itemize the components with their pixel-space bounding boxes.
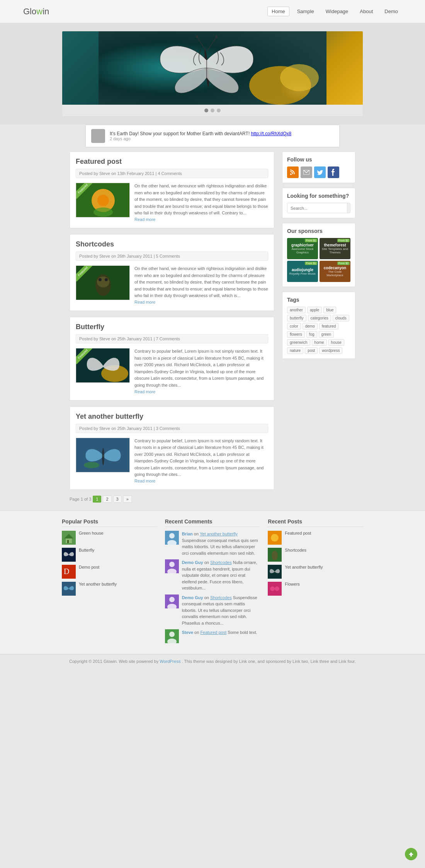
tag-categories[interactable]: categories [308, 315, 331, 321]
email-icon[interactable] [301, 166, 312, 178]
nav-about[interactable]: About [356, 7, 377, 16]
sponsor-graphicriver[interactable]: From $1 graphicriver Awesome Stock Graph… [287, 238, 318, 259]
comment-4: Steve on Featured post Some bold text. [165, 629, 260, 643]
read-more-featured[interactable]: Read more [134, 217, 155, 222]
search-title: Looking for something? [287, 193, 350, 199]
svg-rect-28 [67, 540, 69, 543]
tag-wordpress[interactable]: wordpress [319, 347, 342, 354]
tag-green[interactable]: green [319, 331, 334, 338]
twitter-follow-icon[interactable] [314, 166, 326, 178]
nav-sample[interactable]: Sample [293, 7, 318, 16]
post-title-butterfly[interactable]: Butterfly [76, 323, 268, 331]
sponsor-codecanyon[interactable]: From $2 codecanyon The Code Marketplace [320, 261, 350, 282]
twitter-bar: It's Earth Day! Show your support for Mo… [85, 124, 340, 148]
tag-butterfly[interactable]: butterfly [287, 315, 306, 321]
svg-point-22 [290, 173, 292, 175]
svg-point-14 [97, 277, 109, 287]
comment-3: Demo Guy on Shortcodes Suspendisse conse… [165, 595, 260, 627]
tag-clouds[interactable]: clouds [333, 315, 349, 321]
popular-post-label-3[interactable]: Demo post [79, 565, 99, 569]
svg-point-40 [169, 597, 175, 602]
comment-post-link-4[interactable]: Featured post [200, 630, 226, 635]
page-1[interactable]: 1 [93, 496, 101, 503]
page-3[interactable]: 3 [113, 496, 122, 503]
search-box [287, 203, 350, 213]
popular-post-label-2[interactable]: Butterfly [79, 548, 94, 552]
tag-color[interactable]: color [287, 323, 301, 330]
svg-point-34 [169, 533, 175, 538]
recent-post-label-1[interactable]: Featured post [285, 531, 311, 535]
tag-greenwich[interactable]: greenwich [287, 339, 310, 346]
post-thumb-yab[interactable] [76, 438, 130, 484]
search-button[interactable] [347, 203, 350, 213]
comment-post-link-3[interactable]: Shortcodes [210, 595, 232, 600]
svg-point-20 [102, 448, 104, 465]
popular-posts-widget: Popular Posts Green house Butterfly D De… [62, 518, 157, 646]
read-more-shortcodes[interactable]: Read more [134, 300, 155, 304]
svg-point-2 [280, 64, 319, 91]
sponsor-audiojungle[interactable]: From $1 audiojungle Royalty Free Music [287, 261, 318, 282]
footer-wp-link[interactable]: WordPress [160, 659, 180, 664]
tag-house[interactable]: house [328, 339, 344, 346]
tag-another[interactable]: another [287, 307, 306, 313]
svg-point-16 [105, 278, 108, 281]
tag-apple[interactable]: apple [307, 307, 322, 313]
read-more-yab[interactable]: Read more [134, 479, 155, 483]
tag-post[interactable]: post [305, 347, 318, 354]
recent-post-label-3[interactable]: Yet another butterfly [285, 565, 323, 569]
hero-section [0, 23, 425, 124]
comment-avatar-2 [165, 559, 179, 573]
facebook-icon[interactable] [328, 166, 339, 178]
recent-post-label-4[interactable]: Flowers [285, 582, 300, 586]
comment-post-link-2[interactable]: Shortcodes [210, 560, 232, 565]
popular-post-3: D Demo post [62, 565, 157, 579]
tag-fog[interactable]: fog [306, 331, 317, 338]
sponsors-section: Our sponsors From $1 graphicriver Awesom… [282, 223, 355, 287]
page-2[interactable]: 2 [103, 496, 111, 503]
post-shortcodes: Shortcodes Posted by Steve on 26th Janua… [70, 234, 274, 311]
post-thumb-butterfly[interactable]: Featured [76, 348, 130, 394]
svg-point-21 [84, 462, 99, 468]
post-title-featured[interactable]: Featured post [76, 158, 268, 166]
tag-featured[interactable]: featured [319, 323, 339, 330]
nav-demo[interactable]: Demo [381, 7, 402, 16]
post-meta-yab: Posted by Steve on 25th January 2011 | 3… [76, 424, 268, 433]
site-logo[interactable]: Glowin [23, 7, 49, 17]
tags-cloud: another apple blue butterfly categories … [287, 307, 350, 354]
comment-avatar-3 [165, 595, 179, 608]
site-footer: Copyright © 2011 Glowin. Web site powere… [0, 654, 425, 668]
recent-post-thumb-2 [268, 548, 282, 562]
post-title-shortcodes[interactable]: Shortcodes [76, 240, 268, 248]
recent-post-label-2[interactable]: Shortcodes [285, 548, 306, 552]
tag-flowers[interactable]: flowers [287, 331, 305, 338]
post-excerpt-shortcodes: On the other hand, we denounce with righ… [134, 265, 268, 305]
post-thumb-featured[interactable]: Featured [76, 183, 130, 222]
comment-post-link-1[interactable]: Yet another butterfly [200, 532, 238, 536]
read-more-butterfly[interactable]: Read more [134, 389, 155, 394]
main-layout: Featured post Posted by Steve on 13th Fe… [70, 151, 355, 510]
twitter-link[interactable]: http://t.co/RhXdQx8 [251, 131, 292, 136]
pagination-label: Page 1 of 3 [70, 497, 91, 501]
post-title-yab[interactable]: Yet another butterfly [76, 413, 268, 421]
popular-posts-title: Popular Posts [62, 518, 157, 527]
page-next[interactable]: » [123, 496, 132, 503]
post-thumb-shortcodes[interactable]: Featured [76, 265, 130, 305]
svg-point-46 [271, 534, 279, 542]
sponsors-grid: From $1 graphicriver Awesome Stock Graph… [287, 238, 350, 282]
post-yab: Yet another butterfly Posted by Steve on… [70, 406, 274, 490]
popular-post-label-4[interactable]: Yet another butterfly [79, 582, 117, 586]
nav-widepage[interactable]: Widepage [322, 7, 352, 16]
sponsor-themeforest[interactable]: From $2 themeforest Site Templates and T… [320, 238, 350, 259]
popular-post-label-1[interactable]: Green house [79, 531, 104, 535]
post-meta-featured: Posted by Steve on 13th February 2011 | … [76, 169, 268, 178]
tag-home[interactable]: home [312, 339, 327, 346]
comment-1: Brian on Yet another butterfly Suspendis… [165, 531, 260, 556]
recent-comments-title: Recent Comments [165, 518, 260, 527]
search-input[interactable] [287, 203, 347, 213]
rss-icon[interactable] [287, 166, 299, 178]
tag-demo[interactable]: demo [303, 323, 318, 330]
nav-home[interactable]: Home [267, 7, 289, 16]
comment-text-2: Demo Guy on Shortcodes Nulla ornare, nul… [182, 559, 260, 591]
tag-blue[interactable]: blue [323, 307, 336, 313]
tag-nature[interactable]: nature [287, 347, 303, 354]
